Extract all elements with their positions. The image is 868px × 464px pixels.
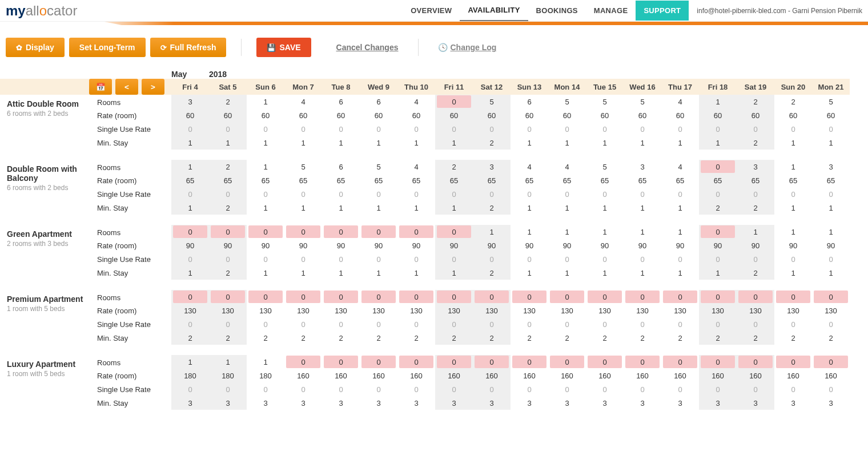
cell[interactable]: 1	[661, 201, 699, 215]
cell[interactable]: 0	[360, 355, 397, 369]
cell[interactable]: 0	[699, 122, 737, 136]
cell[interactable]: 5	[360, 160, 397, 174]
day-header[interactable]: Wed 9	[360, 79, 397, 95]
cell[interactable]: 0	[624, 317, 661, 331]
cell[interactable]: 1	[548, 225, 586, 239]
cell[interactable]: 0	[774, 290, 812, 304]
cell[interactable]: 1	[699, 95, 737, 108]
cell[interactable]: 0	[360, 317, 397, 331]
cell[interactable]: 0	[586, 317, 624, 331]
cell[interactable]: 1	[774, 266, 812, 280]
cell[interactable]: 0	[511, 382, 548, 396]
cell[interactable]: 65	[586, 174, 624, 187]
cell[interactable]: 0	[774, 187, 812, 201]
cell[interactable]: 0	[322, 187, 360, 201]
cell[interactable]: 0	[360, 187, 397, 201]
cell[interactable]: 60	[699, 108, 737, 122]
cell[interactable]: 160	[511, 369, 548, 382]
cell[interactable]: 1	[247, 201, 284, 215]
cell[interactable]: 130	[774, 304, 812, 317]
set-long-term-button[interactable]: Set Long-Term	[69, 38, 146, 57]
cell[interactable]: 65	[209, 174, 247, 187]
calendar-picker-button[interactable]: 📅	[89, 79, 112, 95]
cell[interactable]: 1	[699, 266, 737, 280]
cell[interactable]: 0	[737, 290, 774, 304]
full-refresh-button[interactable]: ⟳ Full Refresh	[150, 38, 227, 57]
cell[interactable]: 3	[812, 160, 850, 174]
cell[interactable]: 2	[624, 331, 661, 345]
cell[interactable]: 2	[473, 136, 511, 150]
nav-overview[interactable]: OVERVIEW	[403, 1, 460, 21]
day-header[interactable]: Fri 18	[699, 79, 737, 95]
cell[interactable]: 65	[774, 174, 812, 187]
cell[interactable]: 0	[247, 290, 284, 304]
cell[interactable]: 130	[661, 304, 699, 317]
day-header[interactable]: Tue 15	[586, 79, 624, 95]
cell[interactable]: 0	[624, 122, 661, 136]
cell[interactable]: 1	[360, 136, 397, 150]
cell[interactable]: 160	[473, 369, 511, 382]
cell[interactable]: 0	[435, 252, 473, 266]
cell[interactable]: 6	[322, 160, 360, 174]
save-button[interactable]: 💾 SAVE	[256, 38, 311, 57]
cell[interactable]: 5	[473, 95, 511, 108]
cell[interactable]: 160	[586, 369, 624, 382]
cell[interactable]: 0	[322, 225, 360, 239]
cell[interactable]: 0	[171, 225, 209, 239]
cell[interactable]: 1	[322, 136, 360, 150]
cell[interactable]: 0	[284, 122, 322, 136]
cell[interactable]: 0	[473, 187, 511, 201]
cell[interactable]: 0	[699, 225, 737, 239]
cell[interactable]: 1	[511, 201, 548, 215]
cell[interactable]: 0	[661, 382, 699, 396]
cell[interactable]: 0	[435, 187, 473, 201]
cell[interactable]: 1	[624, 266, 661, 280]
cell[interactable]: 160	[624, 369, 661, 382]
cell[interactable]: 0	[284, 252, 322, 266]
cell[interactable]: 60	[661, 108, 699, 122]
cell[interactable]: 0	[699, 355, 737, 369]
cell[interactable]: 0	[699, 382, 737, 396]
cell[interactable]: 1	[247, 95, 284, 108]
nav-support[interactable]: SUPPORT	[636, 1, 689, 21]
cell[interactable]: 1	[322, 266, 360, 280]
cell[interactable]: 0	[209, 225, 247, 239]
cell[interactable]: 60	[624, 108, 661, 122]
cell[interactable]: 0	[774, 122, 812, 136]
cell[interactable]: 130	[360, 304, 397, 317]
cell[interactable]: 90	[322, 239, 360, 252]
cell[interactable]: 1	[586, 136, 624, 150]
cell[interactable]: 3	[737, 160, 774, 174]
cell[interactable]: 4	[397, 160, 435, 174]
cell[interactable]: 1	[209, 136, 247, 150]
cell[interactable]: 2	[774, 95, 812, 108]
cell[interactable]: 3	[624, 160, 661, 174]
cell[interactable]: 90	[511, 239, 548, 252]
cell[interactable]: 2	[737, 136, 774, 150]
cell[interactable]: 65	[284, 174, 322, 187]
cell[interactable]: 0	[397, 290, 435, 304]
cell[interactable]: 0	[812, 187, 850, 201]
cell[interactable]: 0	[322, 122, 360, 136]
cell[interactable]: 90	[473, 239, 511, 252]
cell[interactable]: 65	[812, 174, 850, 187]
cell[interactable]: 60	[586, 108, 624, 122]
cell[interactable]: 130	[548, 304, 586, 317]
cell[interactable]: 0	[284, 225, 322, 239]
cell[interactable]: 0	[774, 252, 812, 266]
cell[interactable]: 0	[737, 252, 774, 266]
cell[interactable]: 0	[586, 355, 624, 369]
cell[interactable]: 180	[247, 369, 284, 382]
cell[interactable]: 1	[812, 225, 850, 239]
cell[interactable]: 2	[473, 201, 511, 215]
cell[interactable]: 5	[586, 95, 624, 108]
cell[interactable]: 0	[397, 355, 435, 369]
cell[interactable]: 1	[548, 201, 586, 215]
cell[interactable]: 60	[737, 108, 774, 122]
cell[interactable]: 160	[435, 369, 473, 382]
cell[interactable]: 3	[774, 396, 812, 410]
cell[interactable]: 0	[737, 355, 774, 369]
cell[interactable]: 0	[284, 382, 322, 396]
cell[interactable]: 130	[737, 304, 774, 317]
cell[interactable]: 3	[511, 396, 548, 410]
